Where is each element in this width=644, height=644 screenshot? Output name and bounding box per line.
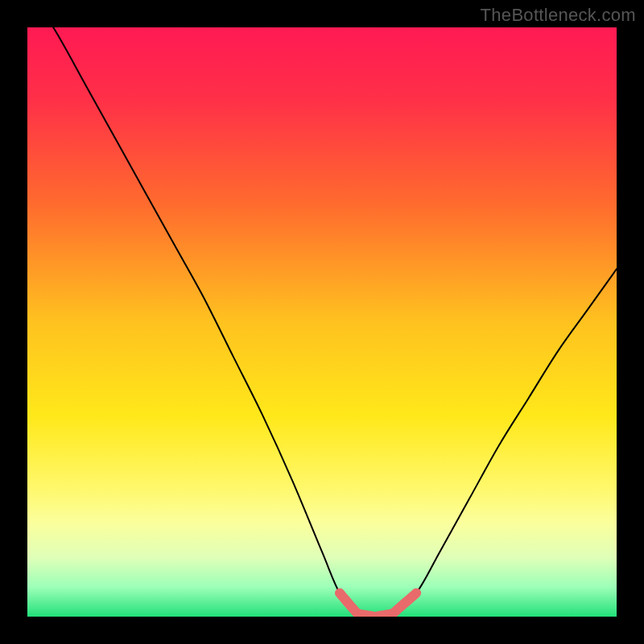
watermark-text: TheBottleneck.com (481, 5, 636, 26)
gradient-background (27, 27, 617, 617)
plot-area (27, 27, 617, 617)
bottleneck-curve-chart (27, 27, 617, 617)
chart-frame: TheBottleneck.com (0, 0, 644, 644)
